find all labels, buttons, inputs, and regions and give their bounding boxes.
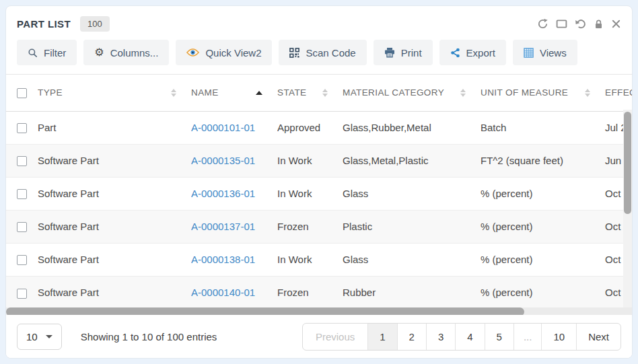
row-checkbox[interactable] <box>17 156 27 166</box>
part-name-link[interactable]: A-0000137-01 <box>191 221 255 232</box>
part-name-link[interactable]: A-0000136-01 <box>191 188 255 199</box>
cell-material: Glass,Rubber,Metal <box>343 111 481 144</box>
columns-button[interactable]: ⚙ Columns... <box>83 40 169 65</box>
print-label: Print <box>401 47 422 59</box>
export-label: Export <box>466 47 495 59</box>
gear-icon: ⚙ <box>94 47 104 58</box>
part-name-link[interactable]: A-0000135-01 <box>191 155 255 166</box>
row-checkbox[interactable] <box>17 222 27 232</box>
pagination: Previous 1 2 3 4 5 ... 10 Next <box>302 323 621 351</box>
page-button-4[interactable]: 4 <box>455 324 484 350</box>
printer-icon <box>384 47 395 58</box>
undo-icon[interactable] <box>575 18 586 30</box>
cell-type: Software Part <box>38 177 191 210</box>
search-icon <box>28 48 38 58</box>
cell-state: Approved <box>277 111 343 144</box>
next-page-button[interactable]: Next <box>576 324 621 350</box>
column-header-effective[interactable]: EFFEC <box>605 75 632 111</box>
page-title: PART LIST <box>17 18 71 30</box>
cell-uom: % (percent) <box>481 243 605 276</box>
table-row: Part A-0000101-01 Approved Glass,Rubber,… <box>6 111 632 144</box>
cell-type: Software Part <box>38 243 191 276</box>
cell-type: Software Part <box>38 144 191 177</box>
column-label-material: MATERIAL CATEGORY <box>343 87 444 98</box>
table-header-row: TYPE NAME STATE MATERIAL CATEGORY <box>6 75 632 111</box>
window-controls <box>537 18 621 30</box>
export-button[interactable]: Export <box>439 40 506 65</box>
scan-code-button[interactable]: Scan Code <box>279 40 366 65</box>
panel-header: PART LIST 100 <box>6 6 632 38</box>
page-background: PART LIST 100 <box>0 0 638 364</box>
row-checkbox[interactable] <box>17 289 27 299</box>
column-label-uom: UNIT OF MEASURE <box>481 87 568 98</box>
cell-uom: Batch <box>481 111 605 144</box>
row-checkbox[interactable] <box>17 123 27 133</box>
page-size-value: 10 <box>26 331 38 342</box>
cell-state: Frozen <box>277 210 343 243</box>
page-button-1[interactable]: 1 <box>367 324 396 350</box>
table-footer: 10 Showing 1 to 10 of 100 entries Previo… <box>6 315 632 358</box>
refresh-icon[interactable] <box>537 18 548 30</box>
sort-icon-type <box>171 89 176 97</box>
page-button-10[interactable]: 10 <box>541 324 576 350</box>
title-wrap: PART LIST 100 <box>17 16 110 32</box>
lock-icon[interactable] <box>594 19 604 30</box>
vertical-scrollbar-thumb[interactable] <box>624 112 631 214</box>
cell-uom: % (percent) <box>481 276 605 309</box>
views-button[interactable]: Views <box>513 40 577 65</box>
cell-state: In Work <box>277 243 343 276</box>
table-row: Software Part A-0000136-01 In Work Glass… <box>6 177 632 210</box>
vertical-scrollbar[interactable] <box>623 110 632 316</box>
count-badge: 100 <box>80 16 110 32</box>
window-icon[interactable] <box>556 18 567 30</box>
cell-state: Frozen <box>277 276 343 309</box>
column-label-effective: EFFEC <box>605 87 633 98</box>
table-row: Software Part A-0000135-01 In Work Glass… <box>6 144 632 177</box>
page-size-select[interactable]: 10 <box>17 324 62 350</box>
qr-code-icon <box>289 48 299 58</box>
column-header-type[interactable]: TYPE <box>38 75 191 111</box>
previous-page-button[interactable]: Previous <box>303 324 367 350</box>
filter-button[interactable]: Filter <box>17 40 77 65</box>
part-name-link[interactable]: A-0000140-01 <box>191 287 255 298</box>
close-icon[interactable] <box>611 19 621 29</box>
row-checkbox[interactable] <box>17 189 27 199</box>
quick-view-label: Quick View2 <box>205 47 261 59</box>
part-name-link[interactable]: A-0000138-01 <box>191 254 255 265</box>
chevron-down-icon <box>46 335 52 338</box>
column-label-type: TYPE <box>38 87 63 98</box>
select-all-checkbox[interactable] <box>17 88 27 98</box>
toolbar: Filter ⚙ Columns... Quick View2 Scan Cod… <box>6 38 632 75</box>
cell-state: In Work <box>277 144 343 177</box>
sort-icon-material <box>460 89 466 97</box>
part-list-panel: PART LIST 100 <box>5 5 633 359</box>
table-row: Software Part A-0000137-01 Frozen Plasti… <box>6 210 632 243</box>
part-list-table: TYPE NAME STATE MATERIAL CATEGORY <box>6 75 632 309</box>
sort-icon-state <box>322 89 328 97</box>
views-label: Views <box>540 47 567 59</box>
cell-uom: FT^2 (square feet) <box>481 144 605 177</box>
cell-material: Plastic <box>343 210 481 243</box>
cell-uom: % (percent) <box>481 177 605 210</box>
column-header-state[interactable]: STATE <box>277 75 343 111</box>
cell-type: Software Part <box>38 276 191 309</box>
table-row: Software Part A-0000138-01 In Work Glass… <box>6 243 632 276</box>
cell-state: In Work <box>277 177 343 210</box>
part-name-link[interactable]: A-0000101-01 <box>191 122 255 133</box>
page-button-5[interactable]: 5 <box>485 324 513 350</box>
page-button-3[interactable]: 3 <box>426 324 455 350</box>
column-label-state: STATE <box>277 87 307 98</box>
pagination-ellipsis: ... <box>513 324 542 350</box>
sort-asc-icon-name <box>256 91 262 95</box>
page-button-2[interactable]: 2 <box>397 324 426 350</box>
cell-uom: % (percent) <box>481 210 605 243</box>
row-checkbox[interactable] <box>17 255 27 265</box>
column-header-name[interactable]: NAME <box>191 75 277 111</box>
print-button[interactable]: Print <box>374 40 433 65</box>
cell-material: Glass <box>343 177 481 210</box>
column-header-uom[interactable]: UNIT OF MEASURE <box>481 75 605 111</box>
cell-material: Rubber <box>343 276 481 309</box>
quick-view-button[interactable]: Quick View2 <box>176 40 272 65</box>
scan-code-label: Scan Code <box>306 47 355 59</box>
column-header-material[interactable]: MATERIAL CATEGORY <box>343 75 481 111</box>
